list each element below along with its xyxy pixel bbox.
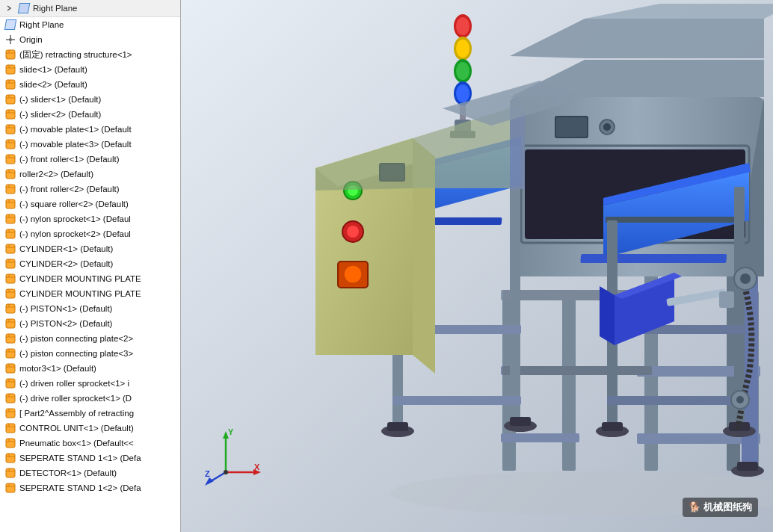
tree-item[interactable]: Right Plane <box>0 17 180 32</box>
tree-item-label: CYLINDER MOUNTING PLATE <box>19 274 141 283</box>
3d-viewport[interactable]: Y X Z 🐕 机械图纸狗 <box>181 0 773 532</box>
svg-rect-106 <box>501 433 579 442</box>
tree-item-label: Pneumatic box<1> (Default<< <box>19 439 134 448</box>
tree-item-label: Right Plane <box>19 20 64 29</box>
tree-item[interactable]: (-) movable plate<1> (Default <box>0 122 180 137</box>
component-icon <box>4 93 16 105</box>
tree-item-label: CYLINDER<1> (Default) <box>19 244 113 253</box>
tree-item[interactable]: Pneumatic box<1> (Default<< <box>0 436 180 451</box>
tree-item[interactable]: (固定) retracting structure<1> <box>0 47 180 62</box>
tree-item[interactable]: (-) nylon sprocket<2> (Defaul <box>0 226 180 241</box>
tree-item[interactable]: roller2<2> (Default) <box>0 167 180 182</box>
component-icon <box>4 183 16 195</box>
tree-item[interactable]: (-) piston connecting plate<2> <box>0 331 180 346</box>
component-icon <box>4 138 16 150</box>
tree-item-label: CYLINDER MOUNTING PLATE <box>19 289 141 298</box>
tree-item[interactable]: (-) square roller<2> (Default) <box>0 197 180 211</box>
tree-item-label: (-) drive roller sprocket<1> (D <box>19 394 132 403</box>
svg-text:Z: Z <box>205 469 210 478</box>
tree-item[interactable]: SEPERATE STAND 1<2> (Defa <box>0 480 180 495</box>
tree-item[interactable]: (-) drive roller sprocket<1> (D <box>0 391 180 406</box>
plane-icon <box>18 2 30 14</box>
svg-rect-12 <box>6 95 15 104</box>
tree-item[interactable]: CYLINDER MOUNTING PLATE <box>0 286 180 301</box>
svg-text:Y: Y <box>228 427 234 436</box>
component-icon <box>4 168 16 180</box>
tree-item[interactable]: CYLINDER<1> (Default) <box>0 241 180 256</box>
feature-tree-panel: Right PlaneRight PlaneOrigin(固定) retract… <box>0 0 181 532</box>
tree-item[interactable]: CYLINDER MOUNTING PLATE <box>0 271 180 286</box>
component-icon <box>4 108 16 120</box>
component-icon <box>4 347 16 359</box>
tree-item[interactable]: motor3<1> (Default) <box>0 361 180 376</box>
tree-item-label: (-) driven roller sprocket<1> i <box>19 379 129 388</box>
svg-rect-138 <box>737 462 758 471</box>
svg-point-163 <box>456 40 469 58</box>
svg-point-154 <box>347 226 359 238</box>
svg-point-156 <box>344 265 362 283</box>
svg-marker-187 <box>205 477 214 486</box>
svg-rect-120 <box>606 217 744 223</box>
tree-item[interactable]: CONTROL UNIT<1> (Default) <box>0 421 180 436</box>
coordinate-axes: Y X Z <box>203 427 263 487</box>
component-icon <box>4 288 16 300</box>
svg-rect-9 <box>6 80 15 89</box>
tree-item[interactable]: (-) PISTON<1> (Default) <box>0 301 180 316</box>
tree-item-label: (-) square roller<2> (Default) <box>19 200 129 208</box>
svg-rect-3 <box>6 50 15 59</box>
watermark-icon: 🐕 <box>689 501 700 513</box>
tree-item[interactable]: (-) piston connecting plate<3> <box>0 346 180 361</box>
tree-item[interactable]: slide<2> (Default) <box>0 77 180 92</box>
component-icon <box>4 437 16 449</box>
svg-rect-78 <box>6 424 15 433</box>
tree-top-item[interactable]: Right Plane <box>0 0 180 17</box>
tree-item-label: (-) nylon sprocket<1> (Defaul <box>19 214 131 223</box>
svg-rect-90 <box>6 483 15 492</box>
svg-rect-21 <box>6 140 15 149</box>
component-icon <box>4 422 16 434</box>
tree-item-label: (-) movable plate<1> (Default <box>19 125 132 134</box>
svg-rect-30 <box>6 185 15 194</box>
svg-rect-143 <box>719 291 734 308</box>
svg-rect-60 <box>6 334 15 343</box>
tree-item[interactable]: (-) movable plate<3> (Default <box>0 137 180 152</box>
tree-item[interactable]: (-) front roller<2> (Default) <box>0 182 180 197</box>
tree-item-label: CONTROL UNIT<1> (Default) <box>19 424 134 433</box>
svg-rect-45 <box>6 259 15 268</box>
svg-rect-42 <box>6 244 15 253</box>
svg-rect-6 <box>6 65 15 74</box>
tree-item[interactable]: SEPERATE STAND 1<1> (Defa <box>0 451 180 466</box>
svg-rect-69 <box>6 379 15 388</box>
tree-item[interactable]: [ Part2^Assembly of retracting <box>0 406 180 421</box>
svg-rect-57 <box>6 319 15 328</box>
svg-rect-24 <box>6 155 15 164</box>
svg-rect-27 <box>6 170 15 179</box>
component-icon <box>4 243 16 255</box>
tree-item-label: (-) nylon sprocket<2> (Defaul <box>19 229 131 238</box>
tree-item[interactable]: (-) slider<2> (Default) <box>0 107 180 122</box>
svg-rect-18 <box>6 125 15 134</box>
component-icon <box>4 198 16 210</box>
tree-item[interactable]: DETECTOR<1> (Default) <box>0 466 180 480</box>
tree-item-label: (-) PISTON<2> (Default) <box>19 319 112 328</box>
tree-item[interactable]: slide<1> (Default) <box>0 62 180 77</box>
tree-item[interactable]: (-) front roller<1> (Default) <box>0 152 180 167</box>
svg-rect-39 <box>6 229 15 238</box>
svg-rect-128 <box>607 396 745 405</box>
svg-rect-124 <box>510 188 520 424</box>
tree-item[interactable]: Origin <box>0 32 180 47</box>
tree-item[interactable]: CYLINDER<2> (Default) <box>0 256 180 271</box>
tree-item[interactable]: (-) driven roller sprocket<1> i <box>0 376 180 391</box>
svg-rect-63 <box>6 349 15 358</box>
svg-point-165 <box>456 62 469 80</box>
tree-item-label: (-) movable plate<3> (Default <box>19 140 132 149</box>
tree-item[interactable]: (-) slider<1> (Default) <box>0 92 180 107</box>
tree-item[interactable]: (-) PISTON<2> (Default) <box>0 316 180 331</box>
tree-item-label: DETECTOR<1> (Default) <box>19 468 117 477</box>
tree-item-label: (-) slider<1> (Default) <box>19 95 101 104</box>
svg-rect-48 <box>6 274 15 283</box>
svg-rect-33 <box>6 200 15 208</box>
watermark-text: 机械图纸狗 <box>703 501 752 513</box>
tree-item-label: roller2<2> (Default) <box>19 170 93 179</box>
tree-item[interactable]: (-) nylon sprocket<1> (Defaul <box>0 211 180 226</box>
